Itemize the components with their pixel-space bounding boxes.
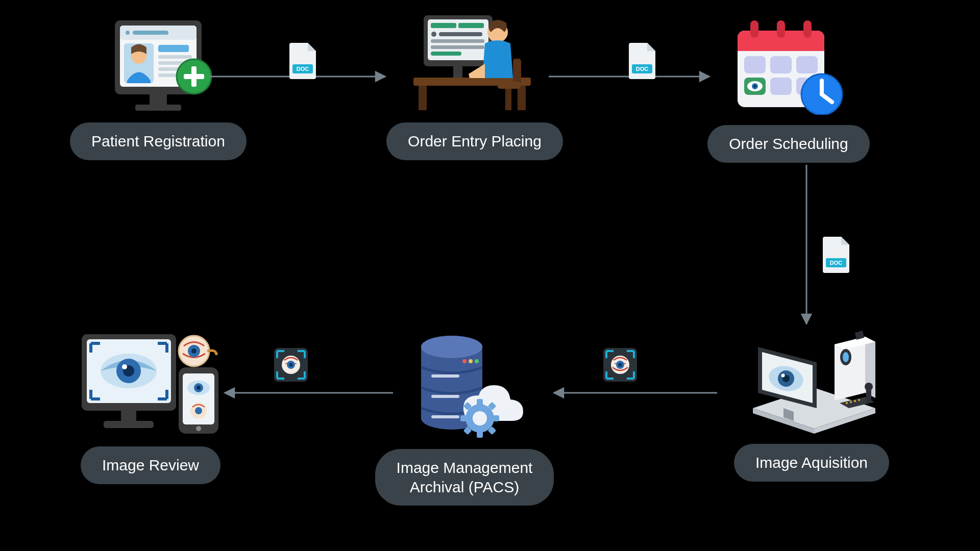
doc-badge-2: DOC bbox=[628, 41, 658, 79]
doc-badge-3: DOC bbox=[822, 235, 852, 273]
eye-scan-badge-2 bbox=[273, 347, 309, 383]
eye-scan-badge-1 bbox=[602, 347, 638, 383]
doc-badge-1: DOC bbox=[288, 41, 319, 79]
svg-point-134 bbox=[289, 363, 293, 367]
flow-arrows bbox=[0, 0, 980, 551]
svg-text:DOC: DOC bbox=[830, 260, 843, 266]
svg-text:DOC: DOC bbox=[636, 66, 649, 72]
svg-text:DOC: DOC bbox=[297, 66, 309, 72]
svg-point-130 bbox=[619, 363, 622, 367]
